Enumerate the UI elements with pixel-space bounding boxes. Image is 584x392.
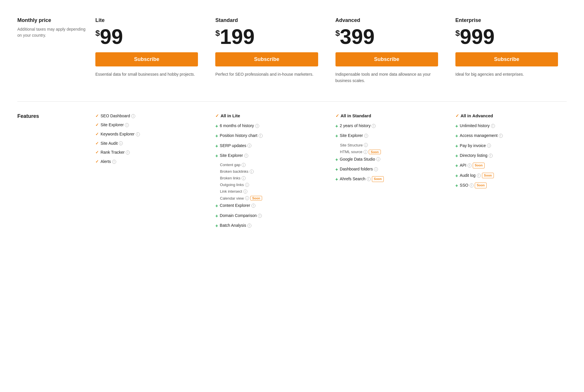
- feature-item: + Position history chart i: [215, 133, 318, 139]
- all-in-label: All in Standard: [341, 113, 371, 118]
- info-icon[interactable]: i: [372, 124, 376, 128]
- plan-col-enterprise: Enterprise $ 999 Subscribe Ideal for big…: [447, 12, 567, 90]
- plus-icon: +: [335, 133, 338, 139]
- feature-item: ✓ Keywords Explorer i: [95, 131, 198, 137]
- feature-item: ✓ Site Explorer i: [95, 122, 198, 128]
- plan-desc-enterprise: Ideal for big agencies and enterprises.: [455, 71, 558, 77]
- plus-icon: +: [455, 183, 458, 189]
- feature-text: Site Audit i: [101, 141, 123, 146]
- feature-text: Content Explorer i: [220, 203, 255, 209]
- plus-icon: +: [335, 157, 338, 163]
- features-advanced: ✓ All in Standard + 2 years of history i…: [327, 113, 447, 233]
- plus-icon: +: [215, 143, 218, 149]
- info-icon[interactable]: i: [364, 150, 368, 154]
- info-icon[interactable]: i: [242, 176, 246, 180]
- plus-icon: +: [455, 153, 458, 159]
- info-icon[interactable]: i: [250, 170, 254, 174]
- feature-text: Site Explorer i: [340, 133, 368, 139]
- info-icon[interactable]: i: [131, 114, 135, 118]
- info-icon[interactable]: i: [376, 157, 380, 161]
- feature-name: Unlimited history: [460, 123, 490, 129]
- plus-icon: +: [215, 133, 218, 139]
- subscribe-button-advanced[interactable]: Subscribe: [335, 52, 438, 66]
- feature-item: + Batch Analysis i: [215, 223, 318, 229]
- info-icon[interactable]: i: [242, 163, 246, 167]
- info-icon[interactable]: i: [468, 164, 472, 168]
- info-icon[interactable]: i: [136, 132, 140, 136]
- info-icon[interactable]: i: [258, 214, 262, 218]
- feature-name: Keywords Explorer: [101, 131, 135, 137]
- feature-item: ✓ SEO Dashboard i: [95, 113, 198, 119]
- soon-badge: Soon: [475, 183, 487, 188]
- info-icon[interactable]: i: [125, 123, 129, 127]
- feature-name: Site Explorer: [220, 153, 243, 159]
- plus-icon: +: [215, 203, 218, 209]
- price-display-advanced: $ 399: [335, 26, 438, 47]
- info-icon[interactable]: i: [251, 204, 255, 208]
- feature-item: + Audit log i Soon: [455, 173, 558, 179]
- info-icon[interactable]: i: [119, 141, 123, 145]
- info-icon[interactable]: i: [487, 144, 491, 148]
- info-icon[interactable]: i: [367, 177, 371, 181]
- info-icon[interactable]: i: [477, 174, 481, 178]
- feature-name: Site Explorer: [340, 133, 363, 139]
- plus-icon: +: [335, 166, 338, 173]
- feature-item: ✓ Rank Tracker i: [95, 150, 198, 155]
- feature-text: 2 years of history i: [340, 123, 376, 129]
- sub-feature-name: HTML source: [340, 150, 363, 154]
- info-icon[interactable]: i: [364, 143, 368, 147]
- check-icon: ✓: [95, 150, 99, 155]
- section-title-advanced: ✓ All in Standard: [335, 113, 438, 118]
- info-icon[interactable]: i: [245, 196, 249, 200]
- feature-name: Directory listing: [460, 153, 487, 159]
- plan-name-lite: Lite: [95, 17, 198, 23]
- info-icon[interactable]: i: [364, 134, 368, 138]
- info-icon[interactable]: i: [245, 183, 249, 187]
- feature-text: 6 months of history i: [220, 123, 259, 129]
- plus-icon: +: [455, 133, 458, 139]
- features-enterprise: ✓ All in Advanced + Unlimited history i …: [447, 113, 567, 233]
- feature-name: Google Data Studio: [340, 157, 375, 162]
- currency-enterprise: $: [455, 29, 460, 38]
- check-icon: ✓: [95, 159, 99, 165]
- features-advanced-list: ✓ All in Standard + 2 years of history i…: [335, 113, 438, 183]
- info-icon[interactable]: i: [499, 134, 503, 138]
- info-icon[interactable]: i: [112, 160, 116, 164]
- feature-name: Site Explorer: [101, 122, 124, 128]
- plan-name-enterprise: Enterprise: [455, 17, 558, 23]
- plus-icon: +: [215, 223, 218, 229]
- info-icon[interactable]: i: [244, 154, 248, 158]
- feature-name: API: [460, 163, 466, 168]
- feature-text: Dashboard folders i: [340, 166, 378, 172]
- feature-name: Ahrefs Search: [340, 176, 366, 182]
- info-icon[interactable]: i: [489, 154, 493, 158]
- feature-name: Batch Analysis: [220, 223, 246, 228]
- info-icon[interactable]: i: [247, 144, 251, 148]
- info-icon[interactable]: i: [470, 183, 474, 187]
- feature-item: ✓ Alerts i: [95, 159, 198, 165]
- info-icon[interactable]: i: [247, 224, 251, 228]
- info-icon[interactable]: i: [259, 134, 263, 138]
- price-label-col: Monthly price Additional taxes may apply…: [17, 12, 87, 90]
- info-icon[interactable]: i: [491, 124, 495, 128]
- all-in-label: All in Advanced: [461, 113, 493, 118]
- subscribe-button-standard[interactable]: Subscribe: [215, 52, 318, 66]
- plan-col-standard: Standard $ 199 Subscribe Perfect for SEO…: [207, 12, 327, 90]
- sub-feature-name: Calendar view: [220, 196, 244, 200]
- subscribe-button-lite[interactable]: Subscribe: [95, 52, 198, 66]
- info-icon[interactable]: i: [126, 151, 130, 155]
- info-icon[interactable]: i: [255, 124, 259, 128]
- info-icon[interactable]: i: [374, 167, 378, 171]
- pricing-page: Monthly price Additional taxes may apply…: [0, 0, 584, 244]
- sub-feature-name: Content gap: [220, 163, 240, 167]
- currency-advanced: $: [335, 29, 340, 38]
- feature-text: API i Soon: [460, 163, 485, 168]
- check-icon: ✓: [95, 122, 99, 128]
- plan-desc-standard: Perfect for SEO professionals and in-hou…: [215, 71, 318, 77]
- feature-text: Keywords Explorer i: [101, 131, 140, 137]
- feature-item: + Directory listing i: [455, 153, 558, 159]
- subscribe-button-enterprise[interactable]: Subscribe: [455, 52, 558, 66]
- info-icon[interactable]: i: [243, 190, 247, 194]
- feature-text: SEO Dashboard i: [101, 113, 135, 119]
- feature-item: + SERP updates i: [215, 143, 318, 149]
